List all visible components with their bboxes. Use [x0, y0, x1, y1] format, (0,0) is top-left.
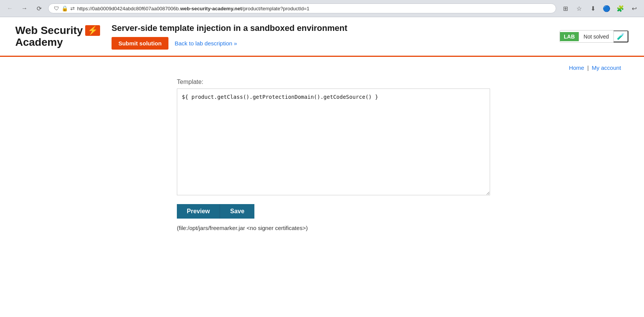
bookmark-button[interactable]: ☆ — [574, 3, 584, 14]
logo-name: Web Security — [15, 25, 83, 37]
home-link[interactable]: Home — [569, 64, 584, 71]
extension-button[interactable]: 🧩 — [615, 3, 626, 14]
my-account-link[interactable]: My account — [592, 64, 621, 71]
back-button[interactable]: ↩ — [629, 3, 639, 14]
qr-code-button[interactable]: ⊞ — [560, 3, 571, 14]
star-icon: ☆ — [576, 5, 582, 12]
main-content: Home | My account Template: Preview Save… — [0, 57, 644, 286]
template-label: Template: — [177, 79, 482, 85]
forward-nav-button[interactable]: → — [19, 3, 30, 14]
lab-label: LAB — [560, 32, 579, 41]
top-navigation: Home | My account — [15, 64, 629, 71]
flask-icon: 🧪 — [617, 33, 625, 40]
back-to-lab-link[interactable]: Back to lab description » — [175, 40, 237, 47]
download-icon: ⬇ — [591, 5, 595, 12]
shield-icon: 🛡 — [54, 5, 59, 11]
nav-separator: | — [587, 64, 589, 71]
header-actions: Submit solution Back to lab description … — [112, 37, 548, 50]
lab-flask-button[interactable]: 🧪 — [613, 31, 628, 42]
browser-toolbar: ⊞ ☆ ⬇ 🔵 🧩 ↩ — [560, 3, 639, 14]
site-header: Web Security ⚡ Academy Server-side templ… — [0, 17, 644, 57]
tracking-protection-icon: ⇄ — [70, 5, 75, 11]
browser-chrome: ← → ⟳ 🛡 🔒 ⇄ https://0ab0009d0424abdc80f6… — [0, 0, 644, 17]
chevron-right-icon: » — [234, 40, 237, 47]
lab-not-solved-label: Not solved — [579, 32, 613, 41]
address-bar[interactable]: 🛡 🔒 ⇄ https://0ab0009d0424abdc80f607aa00… — [48, 3, 556, 13]
notification-button[interactable]: 🔵 — [601, 3, 612, 14]
lab-title: Server-side template injection in a sand… — [112, 23, 548, 33]
reload-button[interactable]: ⟳ — [34, 3, 44, 14]
save-button[interactable]: Save — [220, 204, 254, 219]
puzzle-icon: 🧩 — [616, 5, 624, 12]
submit-solution-button[interactable]: Submit solution — [112, 37, 168, 50]
download-button[interactable]: ⬇ — [587, 3, 598, 14]
result-text: (file:/opt/jars/freemarker.jar <no signe… — [177, 225, 482, 231]
logo-sub: Academy — [15, 37, 100, 48]
preview-button[interactable]: Preview — [177, 204, 220, 219]
qr-icon: ⊞ — [563, 5, 568, 12]
site-logo: Web Security ⚡ Academy — [15, 25, 100, 48]
template-textarea[interactable] — [177, 89, 490, 195]
lab-status-badge: LAB Not solved 🧪 — [560, 30, 629, 43]
notification-icon: 🔵 — [603, 5, 610, 12]
header-right: Server-side template injection in a sand… — [112, 23, 548, 50]
undo-icon: ↩ — [632, 5, 637, 12]
logo-icon: ⚡ — [85, 25, 100, 36]
template-form: Template: Preview Save (file:/opt/jars/f… — [162, 79, 482, 231]
url-text: https://0ab0009d0424abdc80f607aa0087006b… — [77, 6, 309, 11]
back-nav-button[interactable]: ← — [5, 3, 15, 14]
lock-icon: 🔒 — [61, 5, 68, 11]
form-buttons: Preview Save — [177, 204, 482, 219]
